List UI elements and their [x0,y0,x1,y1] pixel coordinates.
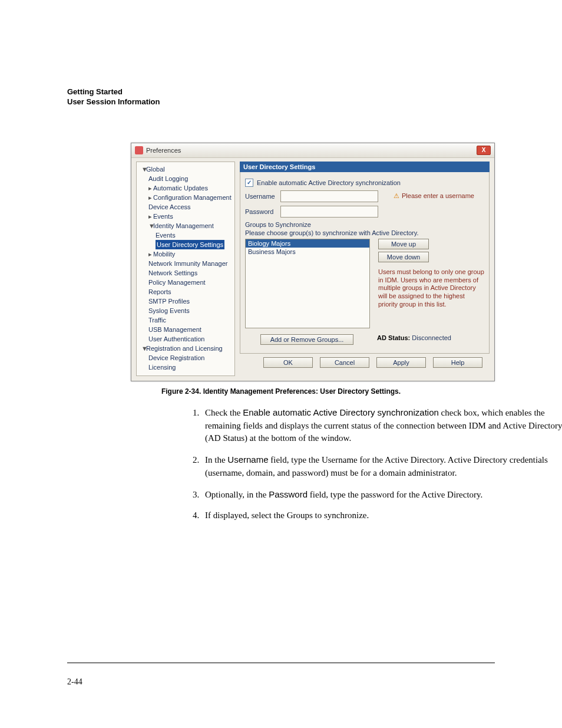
step-3: Optionally, in the Password field, type … [201,488,562,502]
tree-configuration-management[interactable]: ▸Configuration Management [138,193,233,202]
preferences-dialog: Preferences X ▼Global Audit Logging ▸Aut… [131,143,495,381]
step-4: If displayed, select the Groups to synch… [201,509,562,522]
user-directory-panel: ✓ Enable automatic Active Directory sync… [240,172,490,354]
tree-audit-logging[interactable]: Audit Logging [138,174,233,183]
dialog-title: Preferences [146,147,181,154]
tree-user-authentication[interactable]: User Authentication [138,334,233,344]
header-line1: Getting Started [67,87,495,97]
figure-caption: Figure 2-34. Identity Management Prefere… [67,387,495,396]
groups-listbox[interactable]: Biology Majors Business Majors [245,239,370,328]
tree-mobility[interactable]: ▸Mobility [138,249,233,259]
tree-reports[interactable]: Reports [138,287,233,297]
step-1: Check the Enable automatic Active Direct… [201,406,562,445]
footer-rule [67,663,495,663]
tree-network-settings[interactable]: Network Settings [138,268,233,278]
enable-sync-checkbox[interactable]: ✓ [245,179,253,187]
group-business-majors[interactable]: Business Majors [246,248,369,256]
username-label: Username [245,193,280,200]
tree-automatic-updates[interactable]: ▸Automatic Updates [138,183,233,193]
groups-fieldset-label: Groups to Synchronize [245,221,484,228]
password-input[interactable] [280,206,378,218]
move-down-button[interactable]: Move down [378,252,429,262]
username-input[interactable] [280,190,378,202]
page-header: Getting Started User Session Information [67,87,495,107]
group-biology-majors[interactable]: Biology Majors [246,239,369,248]
enable-sync-label: Enable automatic Active Directory synchr… [257,179,401,186]
help-button[interactable]: Help [433,357,482,368]
step-2: In the Username field, type the Username… [201,453,562,480]
username-warning: Please enter a username [394,192,474,200]
tree-syslog-events[interactable]: Syslog Events [138,306,233,315]
tree-registration-and-licensing[interactable]: ▼Registration and Licensing [138,344,233,353]
tree-licensing[interactable]: Licensing [138,363,233,372]
ok-button[interactable]: OK [263,357,313,368]
tree-usb-management[interactable]: USB Management [138,325,233,334]
tree-smtp-profiles[interactable]: SMTP Profiles [138,297,233,306]
ad-status-value: Disconnected [412,334,451,341]
dialog-buttons: OK Cancel Apply Help [240,354,490,376]
tree-device-registration[interactable]: Device Registration [138,353,233,363]
tree-user-directory-settings[interactable]: User Directory Settings [138,240,233,249]
header-line2: User Session Information [67,97,495,107]
instruction-list: Check the Enable automatic Active Direct… [185,406,562,522]
tree-identity-management[interactable]: ▼Identity Management [138,221,233,230]
move-up-button[interactable]: Move up [378,239,429,249]
tree-traffic[interactable]: Traffic [138,315,233,325]
password-label: Password [245,208,280,215]
tree-policy-management[interactable]: Policy Management [138,278,233,287]
priority-note: Users must belong to only one group in I… [378,268,484,309]
close-icon[interactable]: X [477,146,491,155]
panel-title: User Directory Settings [240,162,490,172]
add-remove-groups-button[interactable]: Add or Remove Groups... [260,334,353,345]
cancel-button[interactable]: Cancel [320,357,369,368]
tree-identity-events[interactable]: Events [138,230,233,240]
tree-device-access[interactable]: Device Access [138,202,233,212]
page-number: 2-44 [67,677,82,687]
tree-network-immunity-manager[interactable]: Network Immunity Manager [138,259,233,268]
tree-global[interactable]: ▼Global [138,164,233,174]
ad-status-label: AD Status: [377,334,410,341]
tree-events[interactable]: ▸Events [138,212,233,221]
apply-button[interactable]: Apply [376,357,426,368]
nav-tree: ▼Global Audit Logging ▸Automatic Updates… [136,162,235,376]
ad-status: AD Status: Disconnected [377,334,451,347]
groups-help: Please choose group(s) to synchronize wi… [245,229,484,236]
app-icon [135,146,143,154]
dialog-titlebar: Preferences X [131,143,494,158]
